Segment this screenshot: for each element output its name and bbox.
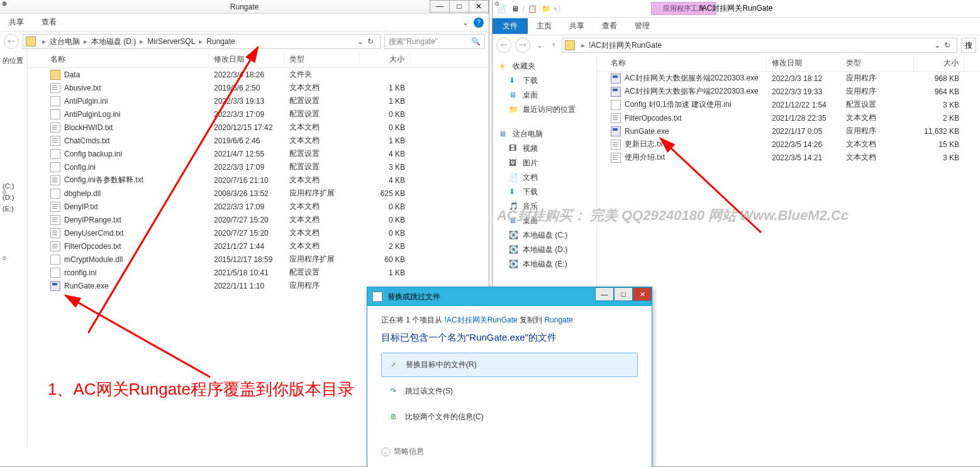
sidebar-pictures[interactable]: 🖼图片 <box>493 156 596 170</box>
file-type: 文本文档 <box>284 241 360 251</box>
refresh-button[interactable]: ↻ <box>364 37 377 46</box>
dialog-details-toggle[interactable]: ⌄ 简略信息 <box>367 440 652 467</box>
close-button[interactable]: ✕ <box>469 0 489 13</box>
file-row[interactable]: DenyUserCmd.txt2020/7/27 15:20文本文档0 KB <box>28 226 489 239</box>
dropdown-icon[interactable]: ⌄ <box>934 41 940 50</box>
file-date: 2020/7/27 15:20 <box>209 229 284 238</box>
menu-view[interactable]: 查看 <box>33 14 65 30</box>
sidebar-documents[interactable]: 📄文档 <box>493 170 596 185</box>
nav-back-button[interactable]: 🡐 <box>496 38 511 53</box>
file-row[interactable]: FilterOpcodes.txt2021/1/27 1:44文本文档2 KB <box>28 239 489 253</box>
menu-home[interactable]: 主页 <box>528 18 560 34</box>
tool-icon[interactable]: 📋 <box>526 3 538 15</box>
dialog-maximize-button[interactable]: □ <box>614 287 633 301</box>
file-icon <box>50 202 60 212</box>
breadcrumb-part[interactable]: Rungate <box>206 37 235 46</box>
tool-icon[interactable]: 📁 <box>540 3 552 15</box>
file-row[interactable]: 更新日志.tx2022/3/5 14:26文本文档15 KB <box>597 138 980 151</box>
file-row[interactable]: Abusive.txt2019/6/6 2:50文本文档1 KB <box>28 81 489 94</box>
file-name: DenyUserCmd.txt <box>64 229 124 238</box>
option-compare[interactable]: 🗎 比较两个文件的信息(C) <box>381 405 638 429</box>
menu-view[interactable]: 查看 <box>593 18 626 34</box>
option-skip[interactable]: ↷ 跳过该文件(S) <box>381 380 638 403</box>
search-placeholder: 搜索"Rungate" <box>389 36 438 47</box>
file-row[interactable]: DenyIP.txt2022/3/3 17:09文本文档0 KB <box>28 200 489 213</box>
file-row[interactable]: Config.ini2022/3/3 17:09配置设置3 KB <box>28 160 489 173</box>
col-size[interactable]: 大小 <box>914 55 964 71</box>
col-date[interactable]: 修改日期 <box>209 52 284 67</box>
file-icon <box>50 70 60 80</box>
col-date[interactable]: 修改日期 <box>767 55 841 71</box>
col-type[interactable]: 类型 <box>284 52 360 67</box>
addressbar[interactable]: ▸ 这台电脑 ▸ 本地磁盘 (D:) ▸ MirServerSQL ▸ Rung… <box>23 34 381 49</box>
file-row[interactable]: AntiPulginLog.ini2022/3/3 17:09配置设置0 KB <box>28 107 489 121</box>
file-row[interactable]: ChatCmds.txt2019/6/6 2:46文本文档1 KB <box>28 134 489 147</box>
dialog-close-button[interactable]: ✕ <box>633 287 652 301</box>
file-icon <box>611 140 621 150</box>
breadcrumb-part[interactable]: MirServerSQL <box>147 37 195 46</box>
sidebar-disk-e[interactable]: 💽本地磁盘 (E:) <box>493 257 596 272</box>
dropdown-icon[interactable]: ⌄ <box>357 37 364 46</box>
addressbar[interactable]: ▸ !AC封挂网关RunGate ⌄ ↻ <box>562 38 957 53</box>
col-name[interactable]: 名称 <box>606 55 767 71</box>
file-row[interactable]: AntiPulgin.ini2022/3/3 19:13配置设置1 KB <box>28 94 489 107</box>
sidebar-downloads2[interactable]: ⬇下载 <box>493 185 596 199</box>
help-icon[interactable]: ? <box>474 18 484 28</box>
file-row[interactable]: Config 封0.1倍加速 建议使用.ini2021/12/22 1:54配置… <box>597 98 980 111</box>
nav-back-button[interactable]: 🡐 <box>4 34 19 49</box>
dest-link[interactable]: Rungate <box>544 316 572 324</box>
breadcrumb-part[interactable]: 本地磁盘 (D:) <box>91 36 136 47</box>
file-row[interactable]: mCryptModule.dll2015/12/17 18:59应用程序扩展60… <box>28 253 489 266</box>
file-row[interactable]: Data2022/3/4 18:26文件夹 <box>28 68 489 81</box>
file-name: 使用介绍.txt <box>625 152 665 163</box>
menu-file[interactable]: 文件 <box>493 18 528 34</box>
sidebar-downloads[interactable]: ⬇下载 <box>493 74 596 88</box>
search-input[interactable]: 搜索"Rungate" 🔍 <box>384 34 485 49</box>
nav-up-icon[interactable]: ⌄ <box>534 41 545 50</box>
stub-item[interactable]: (E:) <box>0 203 27 214</box>
breadcrumb-part[interactable]: 这台电脑 <box>50 36 80 47</box>
file-size: 3 KB <box>914 101 964 109</box>
tool-icon[interactable]: 🖥 <box>509 3 521 15</box>
menu-share[interactable]: 共享 <box>560 18 593 34</box>
file-type: 配置设置 <box>284 96 360 106</box>
chevron-down-icon[interactable]: ⌄ <box>462 18 469 27</box>
file-date: 2019/6/6 2:50 <box>209 84 284 92</box>
file-row[interactable]: BlockHWID.txt2020/12/15 17:42文本文档0 KB <box>28 121 489 134</box>
col-type[interactable]: 类型 <box>841 55 914 71</box>
sidebar-videos[interactable]: 🎞视频 <box>493 141 596 156</box>
nav-forward-button[interactable]: 🡒 <box>515 38 530 53</box>
sidebar-favorites[interactable]: ★收藏夹 <box>493 59 596 74</box>
sidebar-computer[interactable]: 🖥这台电脑 <box>493 127 596 141</box>
dialog-minimize-button[interactable]: — <box>595 287 614 301</box>
file-row[interactable]: Config.ini各参数解释.txt2020/7/16 21:10文本文档4 … <box>28 173 489 187</box>
source-link[interactable]: !AC封挂网关RunGate <box>445 316 518 324</box>
sidebar-disk-c[interactable]: 💽本地磁盘 (C:) <box>493 228 596 243</box>
option-replace[interactable]: ✓ 替换目标中的文件(R) <box>381 353 638 377</box>
file-row[interactable]: AC封挂网关大数据客户端20220303.exe2022/3/3 19:33应用… <box>597 85 980 98</box>
file-row[interactable]: 使用介绍.txt2022/3/5 14:21文本文档3 KB <box>597 151 980 164</box>
file-row[interactable]: DenyIPRange.txt2020/7/27 15:20文本文档0 KB <box>28 213 489 226</box>
sidebar-recent[interactable]: 📁最近访问的位置 <box>493 102 596 117</box>
menu-manage[interactable]: 管理 <box>626 18 659 34</box>
file-date: 2022/3/3 17:09 <box>209 110 284 119</box>
maximize-button[interactable]: □ <box>449 0 469 13</box>
breadcrumb-part[interactable]: !AC封挂网关RunGate <box>589 40 662 51</box>
file-row[interactable]: rconfig.ini2021/5/18 10:41配置设置1 KB <box>28 266 489 279</box>
file-row[interactable]: Config backup.ini2021/4/7 12:55配置设置4 KB <box>28 147 489 160</box>
file-row[interactable]: FilterOpcodes.txt2021/1/28 22:35文本文档2 KB <box>597 111 980 124</box>
menu-share[interactable]: 共享 <box>0 14 33 30</box>
search-button[interactable]: 搜 <box>961 38 976 53</box>
file-name: FilterOpcodes.txt <box>625 114 682 123</box>
sidebar-desktop[interactable]: 🖥桌面 <box>493 88 596 102</box>
minimize-button[interactable]: — <box>430 0 450 13</box>
stub-item[interactable]: 的位置 <box>0 54 27 67</box>
refresh-button[interactable]: ↻ <box>940 41 954 50</box>
sidebar-disk-d[interactable]: 💽本地磁盘 (D:) <box>493 243 596 257</box>
file-row[interactable]: RunGate.exe2022/1/17 0:05应用程序11,632 KB <box>597 124 980 138</box>
file-row[interactable]: dbghelp.dll2008/3/26 13:52应用程序扩展625 KB <box>28 187 489 200</box>
file-row[interactable]: AC封挂网关大数据服务端20220303.exe2022/3/3 18:12应用… <box>597 72 980 85</box>
col-size[interactable]: 大小 <box>360 52 410 67</box>
col-name[interactable]: 名称 <box>45 52 209 67</box>
nav-up-button[interactable]: ↑ <box>549 41 558 50</box>
